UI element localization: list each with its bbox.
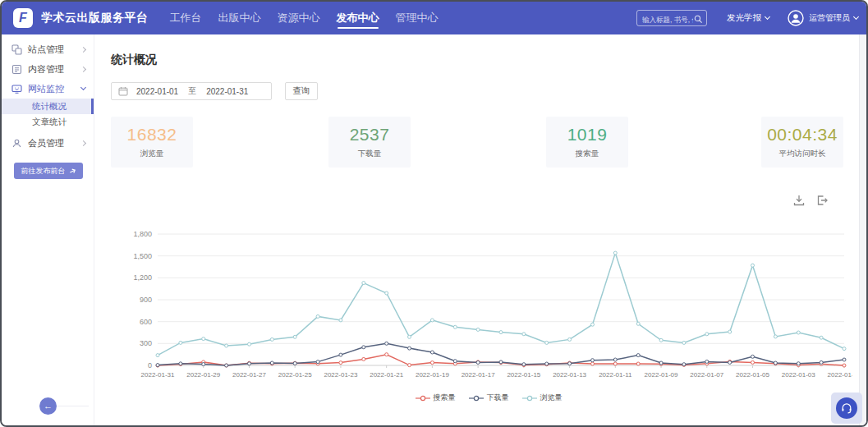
logo-letter: F [19,11,27,25]
legend-label: 下载量 [487,393,509,403]
platform-logo: F [13,8,33,28]
svg-text:2022-01-23: 2022-01-23 [324,371,357,379]
sidebar-subitem-stats-overview[interactable]: 统计概况 [2,99,94,114]
sidebar-item-label: 内容管理 [28,63,64,76]
stat-label: 平均访问时长 [779,149,826,159]
stat-label: 下载量 [358,149,382,159]
svg-text:2022-01-11: 2022-01-11 [599,371,632,379]
chevron-right-icon [80,66,86,71]
chart-toolbar [792,194,829,207]
svg-text:2022-01-15: 2022-01-15 [507,371,540,379]
journal-selector[interactable]: 发光学报 [727,12,769,24]
stat-label: 浏览量 [140,149,164,159]
sidebar-item-label: 站点管理 [28,44,64,56]
member-icon [11,138,22,149]
legend-label: 浏览量 [540,393,563,403]
monitor-icon [11,84,22,94]
stat-value: 00:04:34 [767,125,838,145]
calendar-icon [118,86,128,96]
stat-card-pageviews: 16832 浏览量 [111,117,193,168]
svg-text:300: 300 [140,339,152,347]
svg-text:2022-01-09: 2022-01-09 [645,371,678,379]
legend-item[interactable]: 浏览量 [522,393,563,403]
chevron-down-icon [853,14,859,20]
download-icon[interactable] [792,194,806,207]
customer-service-button[interactable] [831,393,862,424]
svg-text:2022-01-27: 2022-01-27 [232,371,266,379]
sidebar-item-site-management[interactable]: 站点管理 [2,39,94,59]
svg-text:2022-01-19: 2022-01-19 [416,371,449,379]
nav-publishing-center[interactable]: 出版中心 [218,2,261,34]
svg-text:2022-01-03: 2022-01-03 [782,371,815,379]
chevron-right-icon [80,140,86,145]
export-icon[interactable] [815,194,829,207]
global-search [636,10,707,26]
stat-value: 1019 [567,125,608,145]
stat-label: 搜索量 [576,149,599,159]
svg-text:1,500: 1,500 [133,252,152,260]
svg-text:900: 900 [140,296,152,304]
arrow-right-icon [67,166,77,176]
sidebar-menu: 站点管理 内容管理 [2,34,94,179]
scrollbar[interactable] [859,34,866,425]
svg-text:2022-01-29: 2022-01-29 [186,371,220,379]
date-separator: 至 [188,85,196,97]
date-range-picker[interactable]: 2022-01-01 至 2022-01-31 [111,82,272,100]
topbar: F 学术云出版服务平台 工作台 出版中心 资源中心 发布中心 管理中心 发光学报 [2,2,866,34]
sidebar-item-content-management[interactable]: 内容管理 [2,59,94,79]
main-nav: 工作台 出版中心 资源中心 发布中心 管理中心 [170,2,439,34]
journal-name: 发光学报 [727,12,761,24]
nav-resource-center[interactable]: 资源中心 [278,2,320,34]
svg-text:2022-01-17: 2022-01-17 [462,371,495,379]
svg-text:2022-01-31: 2022-01-31 [141,371,175,379]
sidebar-item-member-management[interactable]: 会员管理 [2,133,94,153]
topbar-right: 发光学报 运营管理员 [636,10,858,26]
svg-text:600: 600 [140,318,152,326]
stat-card-avg-duration: 00:04:34 平均访问时长 [761,117,843,168]
user-menu[interactable]: 运营管理员 [809,12,858,24]
main-content: 统计概况 2022-01-01 至 2022-01-31 查询 16832 浏览… [94,34,866,425]
date-from-value[interactable]: 2022-01-01 [136,87,178,96]
legend-item[interactable]: 搜索量 [416,393,456,403]
query-button[interactable]: 查询 [285,82,318,100]
sidebar-subitem-label: 统计概况 [32,101,67,112]
chevron-down-icon [80,85,86,90]
svg-text:1,200: 1,200 [133,273,152,282]
avatar[interactable] [788,10,804,26]
svg-text:2022-01-21: 2022-01-21 [370,371,403,379]
stat-card-searches: 1019 搜索量 [546,117,628,168]
page-title: 统计概况 [111,53,157,67]
svg-text:2022-01-25: 2022-01-25 [278,371,312,379]
sidebar-collapse-button[interactable]: ← [39,397,57,415]
stat-value: 2537 [350,125,390,145]
nav-management-center[interactable]: 管理中心 [396,2,439,34]
app-window: F 学术云出版服务平台 工作台 出版中心 资源中心 发布中心 管理中心 发光学报 [0,0,868,427]
legend-label: 搜索量 [434,393,456,403]
nav-release-center[interactable]: 发布中心 [337,2,379,34]
nav-workbench[interactable]: 工作台 [170,2,202,34]
sidebar-item-label: 网站监控 [28,83,64,95]
sidebar: 站点管理 内容管理 [2,34,94,425]
search-icon[interactable] [694,15,703,24]
platform-title: 学术云出版服务平台 [41,11,149,25]
goto-publish-front-label: 前往发布前台 [21,166,66,177]
stat-card-downloads: 2537 下载量 [328,117,411,168]
svg-text:1,800: 1,800 [133,230,152,238]
stat-value: 16832 [127,125,177,145]
chevron-down-icon [765,14,770,20]
goto-publish-front-button[interactable]: 前往发布前台 [14,163,83,179]
date-to-value[interactable]: 2022-01-31 [206,87,248,96]
content-icon [11,64,22,75]
svg-text:0: 0 [148,361,152,370]
sidebar-subitem-label: 文章统计 [32,117,67,128]
svg-text:2022-01-05: 2022-01-05 [736,371,769,379]
headset-icon [836,397,857,419]
sidebar-item-label: 会员管理 [28,137,64,149]
svg-text:2022-01-07: 2022-01-07 [690,371,723,379]
sidebar-item-site-monitor[interactable]: 网站监控 [2,79,94,99]
legend-item[interactable]: 下载量 [469,393,509,403]
sidebar-subitem-article-stats[interactable]: 文章统计 [2,114,94,130]
chevron-right-icon [80,46,86,52]
svg-text:2022-01-01: 2022-01-01 [828,371,852,379]
site-icon [11,44,22,55]
